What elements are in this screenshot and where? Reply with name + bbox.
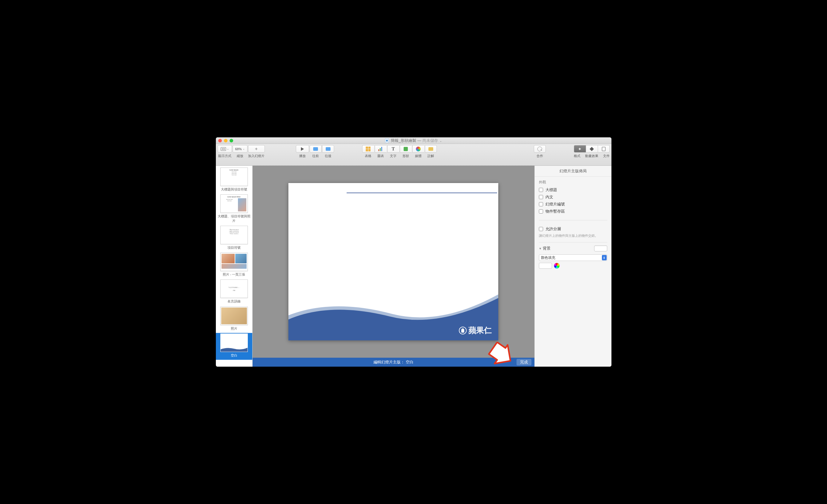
slide-fwd-icon [326,147,331,151]
slide-master[interactable]: 蘋果仁 [288,183,498,340]
shape-label: 形狀 [402,154,409,158]
chevron-down-icon[interactable]: ⌄ [440,140,442,142]
background-row[interactable]: ▼背景 [535,244,612,253]
master-thumb[interactable]: Loren Ipsum Dolortext text texttext text… [216,194,252,225]
chart-icon [378,147,383,151]
view-icon [221,147,226,151]
fwd-label: 往後 [325,154,331,158]
table-icon [366,147,371,151]
zoom-value: 68% [235,147,242,151]
chart-button[interactable] [375,145,387,153]
master-thumb[interactable]: 「引言文字在此輸入…」作者 名言語錄 [216,279,252,306]
media-icon [416,147,421,151]
thumb-label: 照片 - 一頁三張 [217,272,250,276]
body: Loren Ipsum• item text• item text• item … [216,166,612,367]
fill-swatch[interactable] [539,263,552,269]
disclosure-icon[interactable]: ▼ [539,247,542,250]
title-status: 尚未儲存 [423,138,438,143]
fill-color-row [539,263,607,269]
checkbox-input[interactable] [539,227,543,231]
master-thumb-selected[interactable]: 空白 [216,333,252,360]
shape-button[interactable] [400,145,412,153]
checkbox-label: 物件暫存區 [545,209,565,214]
collab-button[interactable] [534,145,546,153]
play-icon [301,147,304,151]
thumb-label: 照片 [217,326,250,331]
add-label: 加入幻燈片 [248,154,264,158]
canvas[interactable]: 蘋果仁 [253,166,534,358]
master-thumb[interactable]: Loren Ipsum• item text• item text• item … [216,167,252,194]
chevron-down-icon: ⌄ [243,148,245,150]
fill-label: 顏色填充 [541,255,555,260]
edit-label: 編輯幻燈片主版： [374,359,404,365]
view-button[interactable]: ⌄ [217,145,232,153]
text-button[interactable]: T [387,145,399,153]
background-heading: 背景 [543,246,550,251]
select-stepper-icon: ▲▼ [602,255,607,260]
document-label: 文件 [603,154,610,158]
chevron-down-icon: ⌄ [227,148,229,150]
checkbox-title[interactable]: 大標題 [539,187,607,193]
collab-icon [537,147,542,151]
title-text: 簡報_形狀繪製 [391,138,416,143]
document-tab[interactable] [598,145,610,153]
play-button[interactable] [296,145,309,153]
add-slide-button[interactable]: + [248,145,265,153]
master-thumb[interactable]: 照片 - 一頁三張 [216,252,252,279]
animate-tab[interactable] [586,145,598,153]
slide-divider [347,193,497,193]
table-button[interactable] [362,145,374,153]
view-label: 顯示方式 [218,154,231,158]
zoom-button[interactable]: 68%⌄ [233,145,247,153]
apple-icon [459,326,467,335]
checkbox-placeholder[interactable]: 物件暫存區 [539,209,607,214]
checkbox-body[interactable]: 內文 [539,194,607,200]
table-label: 表格 [365,154,372,158]
checkbox-label: 允許分層 [545,226,561,232]
back-button[interactable] [309,145,322,153]
checkbox-input[interactable] [539,188,543,192]
canvas-area: 蘋果仁 編輯幻燈片主版： 空白 完成 [253,166,534,367]
checkbox-label: 大標題 [545,187,557,193]
media-label: 媒體 [415,154,422,158]
background-color-well[interactable] [594,245,607,251]
fill-type-select[interactable]: 顏色填充 ▲▼ [539,254,607,261]
titlebar: 簡報_形狀繪製 — 尚未儲存 ⌄ [216,137,612,144]
checkbox-input[interactable] [539,202,543,206]
thumb-tiny-title: Loren Ipsum Dolor [222,196,246,198]
color-wheel-icon[interactable] [554,263,560,269]
checkbox-input[interactable] [539,195,543,199]
checkbox-label: 內文 [545,194,553,200]
divider [539,242,607,243]
checkbox-slide-number[interactable]: 幻燈片編號 [539,202,607,207]
checkbox-allow-layering[interactable]: 允許分層 [539,226,607,232]
forward-button[interactable] [322,145,334,153]
thumb-label: 名言語錄 [217,299,250,303]
comment-icon [428,147,433,151]
inspector-title: 幻燈片主版佈局 [535,166,612,177]
text-icon: T [392,146,395,152]
brush-icon: ✦ [578,147,582,151]
divider [539,220,607,220]
format-tab[interactable]: ✦ [574,145,586,153]
thumb-label: 大標題、項目符號與照片 [217,214,250,223]
checkbox-input[interactable] [539,209,543,213]
play-label: 播放 [299,154,306,158]
back-label: 往前 [312,154,319,158]
inspector-panel: 幻燈片主版佈局 外觀 大標題 內文 幻燈片編號 物件暫存區 允許分層 讓幻燈片上… [534,166,612,367]
master-thumb[interactable]: 照片 [216,306,252,333]
checkbox-label: 幻燈片編號 [545,202,565,207]
master-sidebar[interactable]: Loren Ipsum• item text• item text• item … [216,166,253,367]
media-button[interactable] [412,145,424,153]
toolbar: ⌄ 顯示方式 68%⌄ 縮放 + 加入幻燈片 播放 往前 往後 表格 圖表 T文… [216,144,612,166]
format-label: 格式 [574,154,580,158]
zoom-label: 縮放 [237,154,243,158]
master-thumb[interactable]: • Maecenas ipsum• dolor consectetur• Dui… [216,225,252,252]
slide-back-icon [313,147,318,151]
logo: 蘋果仁 [459,325,492,336]
document-icon [385,139,389,143]
done-button[interactable]: 完成 [517,359,531,365]
comment-button[interactable] [425,145,437,153]
animate-label: 動畫效果 [585,154,598,158]
text-label: 文字 [390,154,396,158]
